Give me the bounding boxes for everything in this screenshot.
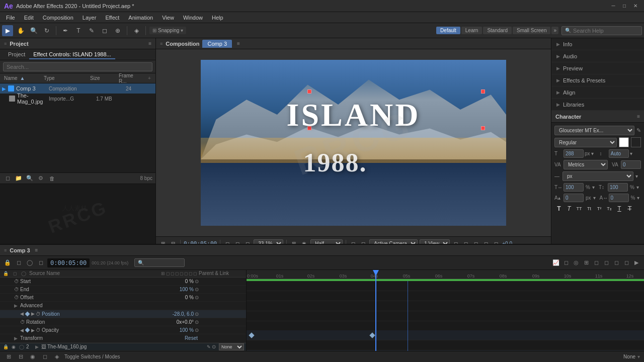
tl-row-advanced[interactable]: ▶ Advanced <box>0 302 246 310</box>
menu-window[interactable]: Window <box>179 14 207 22</box>
menu-effect[interactable]: Effect <box>101 14 123 22</box>
workspace-more-btn[interactable]: » <box>551 27 558 34</box>
comp-tab-options[interactable]: ≡ <box>237 41 240 46</box>
kerning-select[interactable]: Metrics Optical Auto <box>564 160 608 169</box>
layer2-vis[interactable]: ◉ <box>10 344 17 349</box>
col-header-size[interactable]: Size <box>88 75 116 81</box>
tl-solo-switches-btn[interactable]: ◻ <box>602 258 611 267</box>
sub-script-btn[interactable]: T₂ <box>605 204 614 213</box>
layer2-paint-btn[interactable]: ✎ <box>207 344 211 349</box>
timeline-timecode[interactable]: 0:00:05:00 <box>47 258 90 267</box>
font-size-input[interactable] <box>564 149 584 158</box>
tl-mode-btn[interactable]: ◻ <box>561 258 571 267</box>
shape-tool-btn[interactable]: ◻ <box>99 25 110 36</box>
rotation-stopwatch[interactable]: ⏱ <box>20 319 25 325</box>
col-header-frame-rate[interactable]: Frame R... <box>117 73 144 84</box>
snapping-toggle[interactable]: ▾ <box>181 28 183 33</box>
font-style-select[interactable]: Regular Bold Italic <box>554 138 617 147</box>
transform-expand[interactable]: ▶ <box>14 336 19 341</box>
right-panel-effects-presets[interactable]: ▶ Effects & Presets <box>551 74 644 86</box>
layer2-lock[interactable]: 🔒 <box>2 344 9 349</box>
opacity-nav-right[interactable]: ▶ <box>31 328 35 333</box>
font-size-stepper[interactable]: ▾ <box>591 151 594 156</box>
baseline-shift-input[interactable] <box>564 194 584 202</box>
new-comp-btn[interactable]: ◻ <box>3 174 12 183</box>
puppet-tool-btn[interactable]: ◈ <box>131 25 142 36</box>
layer2-solo[interactable]: ◯ <box>18 344 25 349</box>
timeline-search-input[interactable] <box>134 258 185 267</box>
menu-layer[interactable]: Layer <box>78 14 101 22</box>
tl-row-opacity[interactable]: ◀ ▶ ⏱ Opacity 100 % ⊙ <box>0 326 246 334</box>
caps-btn[interactable]: TT <box>575 204 584 213</box>
opacity-nav-left[interactable]: ◀ <box>20 328 24 333</box>
tl-solo-btn[interactable]: ◯ <box>25 258 34 267</box>
right-panel-audio[interactable]: ▶ Audio <box>551 50 644 62</box>
menu-edit[interactable]: Edit <box>20 14 38 22</box>
position-kf-2[interactable] <box>369 332 375 338</box>
tl-row-rotation[interactable]: ⏱ Rotation 0x+0.0° ⊙ <box>0 318 246 326</box>
tracking-input[interactable] <box>621 160 641 169</box>
comp-tab-comp3[interactable]: Comp 3 <box>202 40 232 48</box>
text-tool-btn[interactable]: T <box>73 25 84 36</box>
timeline-search-container[interactable] <box>134 258 185 267</box>
right-panel-preview[interactable]: ▶ Preview <box>551 62 644 74</box>
reset-btn[interactable]: Reset <box>185 335 198 341</box>
maximize-button[interactable]: □ <box>620 3 629 10</box>
super-script-btn[interactable]: T² <box>595 204 604 213</box>
search-help-input[interactable] <box>573 28 638 34</box>
project-search-bar[interactable] <box>0 60 155 73</box>
advanced-expand[interactable]: ▶ <box>14 303 19 308</box>
zoom-tool-btn[interactable]: 🔍 <box>28 25 39 36</box>
tl-row-start[interactable]: ⏱ Start 0 % ⊙ <box>0 278 246 286</box>
end-stopwatch[interactable]: ⏱ <box>14 287 19 292</box>
menu-composition[interactable]: Composition <box>39 14 77 22</box>
hand-tool-btn[interactable]: ✋ <box>15 25 26 36</box>
position-nav-left[interactable]: ◀ <box>20 311 24 316</box>
new-folder-btn[interactable]: 📁 <box>14 174 23 183</box>
timeline-tracks[interactable]: 0:00s 01s 02s 03s 04s 05s 06s 07s 08s 09… <box>247 270 644 351</box>
strikethrough-btn[interactable]: T̶ <box>625 204 634 213</box>
tl-row-offset[interactable]: ⏱ Offset 0 % ⊙ <box>0 294 246 302</box>
project-item-mag-jpg[interactable]: The-Mag_0.jpg Importe...G 1.7 MB <box>0 94 155 104</box>
workspace-default-btn[interactable]: Default <box>436 27 460 34</box>
sel-handle-rm[interactable] <box>481 126 485 130</box>
col-header-name[interactable]: Name ▲ <box>2 75 41 81</box>
tl-footer-btn-3[interactable]: ◉ <box>28 352 37 361</box>
timeline-playhead[interactable] <box>375 270 376 351</box>
tl-frame-blend-btn[interactable]: ⊞ <box>582 258 591 267</box>
menu-animation[interactable]: Animation <box>124 14 157 22</box>
tab-project[interactable]: Project <box>4 50 29 59</box>
position-stopwatch[interactable]: ⏱ <box>36 311 41 317</box>
sel-handle-tr[interactable] <box>481 89 485 94</box>
tsume-input[interactable] <box>609 194 629 202</box>
workspace-learn-btn[interactable]: Learn <box>461 27 482 34</box>
minimize-button[interactable]: ─ <box>609 3 618 10</box>
italic-btn[interactable]: T <box>565 204 574 213</box>
project-item-comp3[interactable]: ▶ Comp 3 Composition 24 <box>0 83 155 94</box>
offset-stopwatch[interactable]: ⏱ <box>14 295 19 300</box>
position-nav-right[interactable]: ▶ <box>31 311 35 316</box>
tl-hidden-btn[interactable]: ◻ <box>14 258 23 267</box>
tl-footer-btn-4[interactable]: ◻ <box>40 352 49 361</box>
col-header-type[interactable]: Type <box>42 75 87 81</box>
layer2-expand[interactable]: ▶ <box>35 344 40 349</box>
tl-lock-btn[interactable]: 🔒 <box>3 258 12 267</box>
bold-btn[interactable]: T <box>554 204 564 213</box>
settings-btn[interactable]: ⚙ <box>36 174 45 183</box>
paint-tool-btn[interactable]: ✎ <box>86 25 97 36</box>
fill-color-swatch[interactable] <box>619 137 629 147</box>
selection-tool-btn[interactable]: ▶ <box>2 25 13 36</box>
font-family-select[interactable]: Gloucester MT Ex... <box>554 126 634 135</box>
pen-tool-btn[interactable]: ✒ <box>60 25 71 36</box>
rotate-tool-btn[interactable]: ↻ <box>41 25 52 36</box>
position-keyframe[interactable] <box>25 311 30 316</box>
vert-scale-input[interactable] <box>608 183 628 192</box>
horiz-scale-stepper[interactable]: ▾ <box>592 185 595 190</box>
search-project-btn[interactable]: 🔍 <box>25 174 34 183</box>
sel-handle-tl[interactable] <box>307 89 311 94</box>
tl-layer-2[interactable]: 🔒 ◉ ◯ 2 ▶ 🖼 The-Mag_160.jpg ✎ ⊙ None Nor… <box>0 343 246 351</box>
layer2-mode-select[interactable]: None Normal <box>219 343 244 350</box>
tl-shy-btn[interactable]: ◻ <box>36 258 45 267</box>
right-panel-libraries[interactable]: ▶ Libraries <box>551 99 644 111</box>
tl-cache-btn[interactable]: ◻ <box>622 258 631 267</box>
